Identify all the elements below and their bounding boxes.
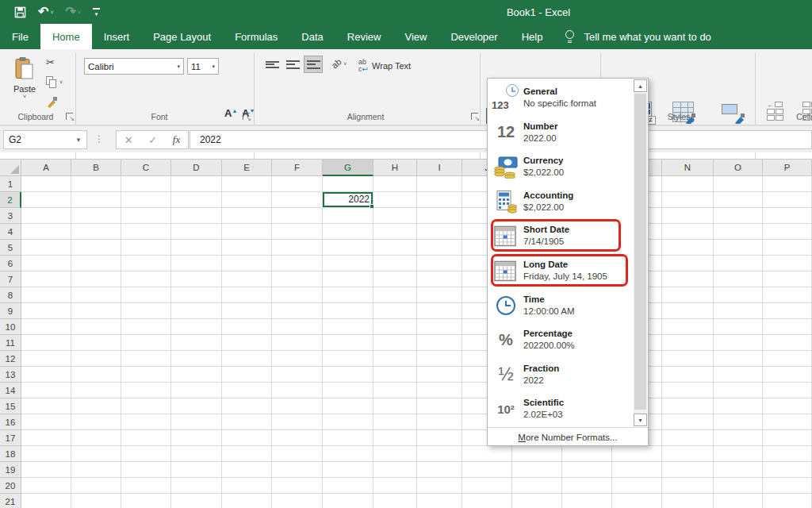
grid-cell-B20[interactable]	[71, 478, 121, 494]
grid-cell-F2[interactable]	[272, 192, 323, 208]
grid-cell-P15[interactable]	[763, 398, 812, 414]
grid-cell-E10[interactable]	[222, 319, 272, 335]
grid-cell-A6[interactable]	[21, 256, 71, 271]
grid-cell-D4[interactable]	[171, 224, 222, 240]
grid-cell-P1[interactable]	[763, 176, 812, 192]
menu-item-scientific[interactable]: 10²Scientific2.02E+03	[488, 392, 631, 425]
redo-button[interactable]: ↷˅	[66, 6, 82, 18]
column-header-H[interactable]: H	[373, 159, 417, 176]
grid-cell-E7[interactable]	[222, 271, 272, 287]
grid-cell-G20[interactable]	[323, 478, 373, 494]
grid-cell-O17[interactable]	[714, 430, 763, 446]
grid-cell-A14[interactable]	[21, 383, 71, 398]
grid-cell-F3[interactable]	[272, 208, 323, 224]
grid-cell-D16[interactable]	[171, 414, 222, 430]
grid-cell-H21[interactable]	[373, 494, 417, 508]
grid-cell-P2[interactable]	[763, 192, 812, 208]
row-header-7[interactable]: 7	[0, 271, 21, 287]
grid-cell-O2[interactable]	[714, 192, 763, 208]
tab-review[interactable]: Review	[335, 24, 393, 49]
grid-cell-B21[interactable]	[71, 494, 121, 508]
grid-cell-B2[interactable]	[71, 192, 121, 208]
grid-cell-G15[interactable]	[323, 398, 373, 414]
grid-cell-H11[interactable]	[373, 335, 417, 351]
grid-cell-P4[interactable]	[763, 224, 812, 240]
grid-cell-F12[interactable]	[272, 351, 323, 367]
grid-cell-J19[interactable]	[462, 462, 512, 478]
column-header-I[interactable]: I	[417, 159, 462, 176]
grid-cell-N8[interactable]	[662, 287, 714, 303]
grid-cell-N17[interactable]	[662, 430, 714, 446]
tab-page-layout[interactable]: Page Layout	[141, 24, 223, 49]
grid-cell-G7[interactable]	[323, 271, 373, 287]
grid-cell-P6[interactable]	[763, 256, 812, 271]
grid-cell-G6[interactable]	[323, 256, 373, 271]
grid-cell-I10[interactable]	[417, 319, 462, 335]
grid-cell-E17[interactable]	[222, 430, 272, 446]
grid-cell-E2[interactable]	[222, 192, 272, 208]
grid-cell-N6[interactable]	[662, 256, 714, 271]
grid-cell-G11[interactable]	[323, 335, 373, 351]
grid-cell-G5[interactable]	[323, 240, 373, 256]
grid-cell-K19[interactable]	[512, 462, 562, 478]
grid-cell-I18[interactable]	[417, 446, 462, 462]
grid-cell-E14[interactable]	[222, 383, 272, 398]
grid-cell-B17[interactable]	[71, 430, 121, 446]
grid-cell-C10[interactable]	[121, 319, 171, 335]
grid-cell-F5[interactable]	[272, 240, 323, 256]
grid-cell-I9[interactable]	[417, 303, 462, 319]
grid-cell-E3[interactable]	[222, 208, 272, 224]
grid-cell-M19[interactable]	[612, 462, 662, 478]
grid-cell-N10[interactable]	[662, 319, 714, 335]
grid-cell-N1[interactable]	[662, 176, 714, 192]
grid-cell-O4[interactable]	[714, 224, 763, 240]
grid-cell-P21[interactable]	[763, 494, 812, 508]
grid-cell-M21[interactable]	[612, 494, 662, 508]
grid-cell-D14[interactable]	[171, 383, 222, 398]
grid-cell-G18[interactable]	[323, 446, 373, 462]
grid-cell-C19[interactable]	[121, 462, 171, 478]
column-header-C[interactable]: C	[121, 159, 171, 176]
grid-cell-L21[interactable]	[562, 494, 612, 508]
grid-cell-D20[interactable]	[171, 478, 222, 494]
grid-cell-F9[interactable]	[272, 303, 323, 319]
grid-cell-N13[interactable]	[662, 367, 714, 383]
tab-view[interactable]: View	[393, 24, 439, 49]
grid-cell-A18[interactable]	[21, 446, 71, 462]
grid-cell-N18[interactable]	[662, 446, 714, 462]
grid-cell-C14[interactable]	[121, 383, 171, 398]
grid-cell-E13[interactable]	[222, 367, 272, 383]
grid-cell-O21[interactable]	[714, 494, 763, 508]
grid-cell-A10[interactable]	[21, 319, 71, 335]
row-header-20[interactable]: 20	[0, 478, 21, 494]
grid-cell-D8[interactable]	[171, 287, 222, 303]
column-header-P[interactable]: P	[763, 159, 812, 176]
middle-align-button[interactable]	[283, 56, 302, 73]
grid-cell-G8[interactable]	[323, 287, 373, 303]
grid-cell-D3[interactable]	[171, 208, 222, 224]
grid-cell-H4[interactable]	[373, 224, 417, 240]
menu-item-number[interactable]: 12Number2022.00	[488, 116, 631, 149]
grid-cell-D11[interactable]	[171, 335, 222, 351]
grid-cell-C11[interactable]	[121, 335, 171, 351]
grid-cell-E5[interactable]	[222, 240, 272, 256]
grid-cell-K21[interactable]	[512, 494, 562, 508]
grid-cell-H20[interactable]	[373, 478, 417, 494]
grid-cell-D13[interactable]	[171, 367, 222, 383]
grid-cell-B7[interactable]	[71, 271, 121, 287]
grid-cell-E6[interactable]	[222, 256, 272, 271]
grid-cell-A2[interactable]	[21, 192, 71, 208]
grid-cell-G21[interactable]	[323, 494, 373, 508]
grid-cell-I1[interactable]	[417, 176, 462, 192]
row-header-11[interactable]: 11	[0, 335, 21, 351]
grid-cell-C3[interactable]	[121, 208, 171, 224]
column-header-B[interactable]: B	[71, 159, 121, 176]
grid-cell-F15[interactable]	[272, 398, 323, 414]
grid-cell-I7[interactable]	[417, 271, 462, 287]
grid-cell-D18[interactable]	[171, 446, 222, 462]
tell-me-box[interactable]: Tell me what you want to do	[565, 24, 710, 49]
grid-cell-E19[interactable]	[222, 462, 272, 478]
grid-cell-E20[interactable]	[222, 478, 272, 494]
grid-cell-C8[interactable]	[121, 287, 171, 303]
grid-cell-P8[interactable]	[763, 287, 812, 303]
